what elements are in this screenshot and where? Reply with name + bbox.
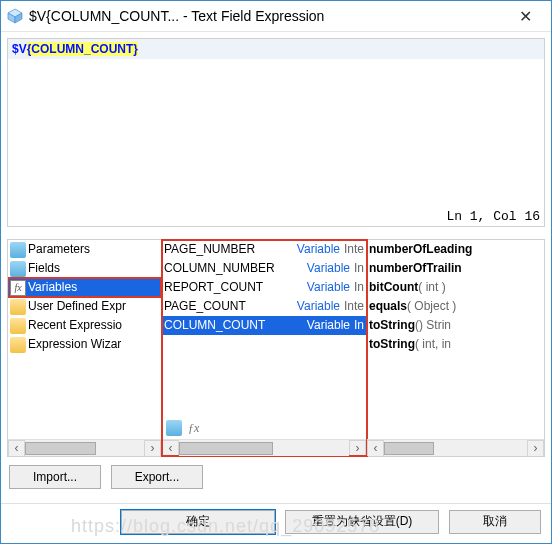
folder-icon <box>10 337 26 353</box>
scroll-track[interactable] <box>179 440 349 457</box>
method-name: toString <box>369 335 415 354</box>
methods-toolbar <box>367 417 544 439</box>
object-browser: Parameters Fields fx Variables User Defi… <box>7 239 545 457</box>
method-row[interactable]: equals( Object ) <box>367 297 544 316</box>
method-row[interactable]: toString() Strin <box>367 316 544 335</box>
tree-label: Expression Wizar <box>28 335 121 354</box>
category-hscroll[interactable]: ‹ › <box>8 439 161 456</box>
expression-editor[interactable]: $V{COLUMN_COUNT} Ln 1, Col 16 <box>7 38 545 227</box>
fields-icon <box>10 261 26 277</box>
scroll-thumb[interactable] <box>25 442 96 455</box>
tree-label: Fields <box>28 259 60 278</box>
token-identifier: COLUMN_COUNT <box>31 42 133 56</box>
tree-item-variables[interactable]: fx Variables <box>8 278 161 297</box>
var-name: REPORT_COUNT <box>164 278 303 297</box>
var-row[interactable]: PAGE_COUNT Variable Inte <box>162 297 366 316</box>
tree-item-wizard[interactable]: Expression Wizar <box>8 335 161 354</box>
tree-label: Recent Expressio <box>28 316 122 335</box>
editor-status: Ln 1, Col 16 <box>446 209 540 224</box>
variables-list[interactable]: PAGE_NUMBER Variable Inte COLUMN_NUMBER … <box>162 240 366 417</box>
title-bar: $V{COLUMN_COUNT... - Text Field Expressi… <box>1 1 551 31</box>
variables-pane: PAGE_NUMBER Variable Inte COLUMN_NUMBER … <box>162 240 367 456</box>
method-row[interactable]: bitCount( int ) <box>367 278 544 297</box>
tree-label: Parameters <box>28 240 90 259</box>
method-name: bitCount <box>369 278 418 297</box>
export-button[interactable]: Export... <box>111 465 203 489</box>
window-title: $V{COLUMN_COUNT... - Text Field Expressi… <box>29 8 503 24</box>
method-name: toString <box>369 316 415 335</box>
scroll-left-icon[interactable]: ‹ <box>367 440 384 457</box>
tree-label: Variables <box>28 278 77 297</box>
method-sig: ( int ) <box>418 278 445 297</box>
var-name: COLUMN_COUNT <box>164 316 303 335</box>
var-kind: Variable <box>307 259 350 278</box>
reset-defaults-button[interactable]: 重置为缺省设置(D) <box>285 510 439 534</box>
method-sig: ( Object ) <box>407 297 456 316</box>
tree-item-fields[interactable]: Fields <box>8 259 161 278</box>
method-name: equals <box>369 297 407 316</box>
methods-pane: numberOfLeading numberOfTrailin bitCount… <box>367 240 544 456</box>
scroll-track[interactable] <box>25 440 144 457</box>
scroll-right-icon[interactable]: › <box>527 440 544 457</box>
parameters-icon <box>10 242 26 258</box>
ok-button[interactable]: 确定 <box>121 510 275 534</box>
methods-hscroll[interactable]: ‹ › <box>367 439 544 456</box>
app-icon <box>7 8 23 24</box>
tree-item-user-defined[interactable]: User Defined Expr <box>8 297 161 316</box>
var-kind: Variable <box>307 316 350 335</box>
variables-icon: fx <box>10 280 26 296</box>
category-pane: Parameters Fields fx Variables User Defi… <box>8 240 162 456</box>
var-type: In <box>354 278 364 297</box>
variables-hscroll[interactable]: ‹ › <box>162 439 366 456</box>
editor-empty-area[interactable] <box>8 59 544 226</box>
category-tree[interactable]: Parameters Fields fx Variables User Defi… <box>8 240 161 439</box>
var-kind: Variable <box>307 278 350 297</box>
tree-label: User Defined Expr <box>28 297 126 316</box>
close-button[interactable]: ✕ <box>503 2 547 30</box>
method-name: numberOfTrailin <box>369 259 462 278</box>
tree-item-recent[interactable]: Recent Expressio <box>8 316 161 335</box>
token-brace-close: } <box>133 42 138 56</box>
scroll-right-icon[interactable]: › <box>144 440 161 457</box>
method-sig: () Strin <box>415 316 451 335</box>
cancel-button[interactable]: 取消 <box>449 510 541 534</box>
scroll-left-icon[interactable]: ‹ <box>8 440 25 457</box>
dialog-action-bar: https://blog.csdn.net/qq_29092578 确定 重置为… <box>1 503 551 543</box>
method-sig: ( int, in <box>415 335 451 354</box>
var-row[interactable]: REPORT_COUNT Variable In <box>162 278 366 297</box>
method-name: numberOfLeading <box>369 240 472 259</box>
method-row[interactable]: numberOfTrailin <box>367 259 544 278</box>
scroll-right-icon[interactable]: › <box>349 440 366 457</box>
var-kind: Variable <box>297 240 340 259</box>
editor-line-1[interactable]: $V{COLUMN_COUNT} <box>8 39 544 59</box>
content-area: $V{COLUMN_COUNT} Ln 1, Col 16 Parameters… <box>1 32 551 503</box>
scroll-left-icon[interactable]: ‹ <box>162 440 179 457</box>
var-name: PAGE_COUNT <box>164 297 293 316</box>
var-name: PAGE_NUMBER <box>164 240 293 259</box>
var-name: COLUMN_NUMBER <box>164 259 303 278</box>
var-type: Inte <box>344 297 364 316</box>
token-dollar-v: $V <box>12 42 27 56</box>
method-row[interactable]: toString( int, in <box>367 335 544 354</box>
scroll-thumb[interactable] <box>179 442 273 455</box>
tree-item-parameters[interactable]: Parameters <box>8 240 161 259</box>
var-type: In <box>354 259 364 278</box>
method-row[interactable]: numberOfLeading <box>367 240 544 259</box>
fx-icon[interactable]: ƒx <box>188 420 204 436</box>
var-kind: Variable <box>297 297 340 316</box>
import-export-row: Import... Export... <box>7 461 545 497</box>
folder-icon <box>10 299 26 315</box>
scroll-thumb[interactable] <box>384 442 434 455</box>
methods-list[interactable]: numberOfLeading numberOfTrailin bitCount… <box>367 240 544 417</box>
scroll-track[interactable] <box>384 440 527 457</box>
var-row-selected[interactable]: COLUMN_COUNT Variable In <box>162 316 366 335</box>
horizontal-splitter[interactable] <box>7 231 545 235</box>
import-button[interactable]: Import... <box>9 465 101 489</box>
db-icon[interactable] <box>166 420 182 436</box>
var-type: In <box>354 316 364 335</box>
var-row[interactable]: COLUMN_NUMBER Variable In <box>162 259 366 278</box>
folder-icon <box>10 318 26 334</box>
variables-toolbar: ƒx <box>162 417 366 439</box>
var-row[interactable]: PAGE_NUMBER Variable Inte <box>162 240 366 259</box>
var-type: Inte <box>344 240 364 259</box>
